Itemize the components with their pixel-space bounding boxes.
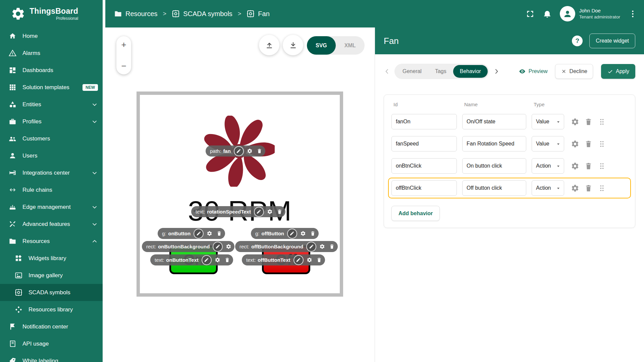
- sidebar-item-resources[interactable]: Resources: [0, 233, 103, 250]
- sidebar-item-profiles[interactable]: Profiles: [0, 113, 103, 130]
- sidebar-item-scada-symbols[interactable]: SCADA symbols: [0, 284, 103, 301]
- tab-general[interactable]: General: [396, 65, 428, 78]
- behavior-type-select[interactable]: Action: [532, 180, 564, 196]
- tab-behavior[interactable]: Behavior: [453, 65, 488, 78]
- tab-tags[interactable]: Tags: [428, 65, 453, 78]
- delete-tag-button[interactable]: [256, 148, 263, 154]
- sidebar-item-advanced-features[interactable]: Advanced features: [0, 216, 103, 233]
- delete-tag-button[interactable]: [223, 257, 231, 263]
- help-button[interactable]: ?: [572, 36, 583, 46]
- tag-settings-button[interactable]: [214, 257, 221, 263]
- sidebar-item-entities[interactable]: Entities: [0, 96, 103, 113]
- notifications-button[interactable]: [543, 9, 552, 18]
- behavior-name-input[interactable]: [462, 114, 526, 129]
- behavior-type-select[interactable]: Action: [532, 158, 564, 174]
- row-drag-handle[interactable]: [598, 184, 606, 192]
- sidebar-item-customers[interactable]: Customers: [0, 130, 103, 147]
- delete-tag-button[interactable]: [309, 231, 317, 236]
- edit-tag-button[interactable]: [194, 229, 204, 239]
- sidebar-item-api-usage[interactable]: API usage: [0, 335, 103, 352]
- delete-tag-button[interactable]: [328, 244, 336, 249]
- row-settings-button[interactable]: [571, 140, 579, 148]
- fullscreen-button[interactable]: [526, 9, 535, 18]
- row-delete-button[interactable]: [584, 118, 593, 126]
- tag-settings-button[interactable]: [225, 244, 232, 249]
- gear-icon: [571, 140, 579, 148]
- user-menu[interactable]: John Doe Tenant administrator: [560, 6, 620, 21]
- delete-tag-button[interactable]: [315, 257, 323, 263]
- behavior-type-select[interactable]: Value: [532, 136, 564, 152]
- edit-tag-button[interactable]: [213, 242, 223, 252]
- chevron-right-icon: [493, 68, 500, 75]
- zoom-out-button[interactable]: −: [121, 62, 126, 70]
- delete-tag-button[interactable]: [215, 231, 223, 236]
- svg-toggle-option[interactable]: SVG: [307, 36, 336, 55]
- tag-settings-button[interactable]: [266, 209, 274, 215]
- create-widget-button[interactable]: Create widget: [589, 34, 635, 48]
- sidebar-item-solution-templates[interactable]: Solution templatesNEW: [0, 79, 103, 96]
- sidebar-item-image-gallery[interactable]: Image gallery: [0, 267, 103, 284]
- more-menu-button[interactable]: [628, 9, 637, 18]
- apply-button[interactable]: Apply: [601, 64, 635, 79]
- sidebar-item-integrations-center[interactable]: Integrations center: [0, 164, 103, 181]
- row-settings-button[interactable]: [571, 184, 579, 192]
- row-drag-handle[interactable]: [598, 162, 606, 170]
- xml-toggle-option[interactable]: XML: [336, 36, 365, 55]
- sidebar-item-rule-chains[interactable]: Rule chains: [0, 181, 103, 198]
- sidebar-item-resources-library[interactable]: Resources library: [0, 301, 103, 318]
- delete-tag-button[interactable]: [276, 209, 283, 215]
- preview-button[interactable]: Preview: [519, 68, 548, 75]
- zoom-in-button[interactable]: +: [121, 40, 126, 49]
- edit-tag-button[interactable]: [254, 207, 264, 217]
- row-settings-button[interactable]: [571, 118, 579, 126]
- svg-artboard[interactable]: 30 RPM On Off path:fan text:rotationSpee…: [137, 92, 343, 297]
- sidebar-item-label: Advanced features: [22, 221, 70, 228]
- sidebar-item-users[interactable]: Users: [0, 147, 103, 164]
- bell-icon: [543, 9, 552, 18]
- breadcrumb-scada-symbols[interactable]: SCADA symbols: [172, 10, 232, 18]
- behavior-name-input[interactable]: [462, 158, 526, 174]
- behavior-type-select[interactable]: Value: [532, 114, 564, 129]
- tabs-scroll-right-button[interactable]: [493, 68, 500, 75]
- chevron-down-icon: [91, 118, 98, 125]
- edit-tag-button[interactable]: [287, 229, 297, 239]
- sidebar-item-dashboards[interactable]: Dashboards: [0, 62, 103, 79]
- gear-icon: [247, 148, 253, 154]
- sidebar-item-alarms[interactable]: Alarms: [0, 45, 103, 62]
- edit-tag-button[interactable]: [306, 242, 316, 252]
- row-delete-button[interactable]: [584, 162, 593, 170]
- edit-tag-button[interactable]: [202, 255, 212, 265]
- sidebar-item-white-labeling[interactable]: White labeling: [0, 352, 103, 362]
- edit-tag-button[interactable]: [234, 146, 244, 156]
- row-drag-handle[interactable]: [598, 140, 606, 148]
- behavior-id-input[interactable]: [391, 158, 457, 174]
- sidebar-item-home[interactable]: Home: [0, 27, 103, 45]
- behavior-id-input[interactable]: [391, 114, 457, 129]
- breadcrumb-resources[interactable]: Resources: [114, 10, 158, 18]
- row-delete-button[interactable]: [584, 140, 593, 148]
- behavior-id-input[interactable]: [391, 180, 457, 196]
- behavior-name-input[interactable]: [462, 136, 526, 152]
- sidebar-item-label: Entities: [22, 101, 41, 108]
- download-svg-button[interactable]: [283, 35, 303, 55]
- logo[interactable]: ThingsBoard Professional: [0, 0, 103, 27]
- tabs-scroll-left-button[interactable]: [384, 68, 390, 75]
- sidebar-item-edge-management[interactable]: Edge management: [0, 198, 103, 216]
- tag-settings-button[interactable]: [306, 257, 313, 263]
- behavior-id-input[interactable]: [391, 136, 457, 152]
- tag-settings-button[interactable]: [246, 148, 254, 154]
- decline-button[interactable]: Decline: [555, 64, 593, 79]
- sidebar-item-notification-center[interactable]: Notification center: [0, 318, 103, 335]
- add-behavior-button[interactable]: Add behavior: [391, 206, 440, 221]
- row-settings-button[interactable]: [571, 162, 579, 170]
- tag-settings-button[interactable]: [206, 231, 213, 236]
- upload-svg-button[interactable]: [259, 35, 279, 55]
- tag-settings-button[interactable]: [299, 231, 307, 236]
- row-drag-handle[interactable]: [598, 118, 606, 126]
- behavior-name-input[interactable]: [462, 180, 526, 196]
- tag-settings-button[interactable]: [318, 244, 326, 249]
- row-delete-button[interactable]: [584, 184, 593, 192]
- sidebar-item-widgets-library[interactable]: Widgets library: [0, 250, 103, 267]
- breadcrumb-fan[interactable]: Fan: [247, 10, 269, 18]
- edit-tag-button[interactable]: [293, 255, 304, 265]
